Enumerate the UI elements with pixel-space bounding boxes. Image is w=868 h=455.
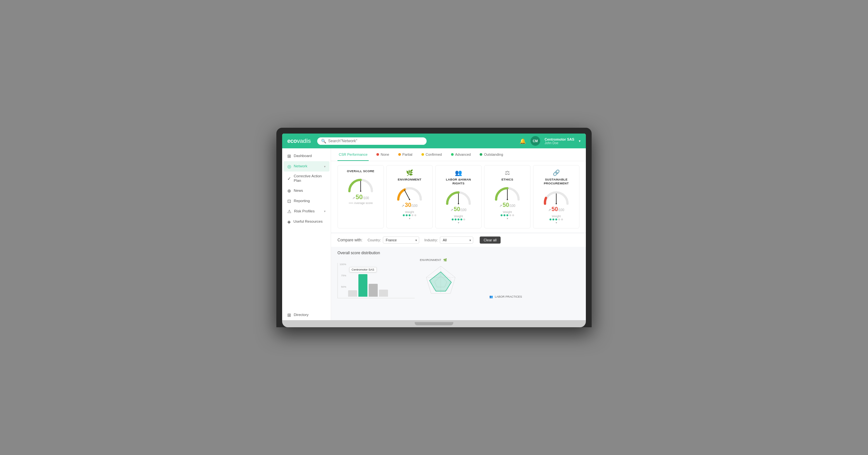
industry-select[interactable]: All Manufacturing Services bbox=[440, 237, 473, 244]
ethics-gauge bbox=[493, 184, 522, 202]
user-name: Centromotor SAS bbox=[545, 138, 574, 141]
main-layout: ⊞ Dashboard ◎ Network ▾ ✓ Corrective Act… bbox=[282, 148, 586, 320]
bar-chart-wrapper: 100% 75% 50% Centromotor SAS bbox=[338, 263, 415, 298]
chevron-down-icon[interactable]: ▾ bbox=[507, 217, 508, 220]
sidebar-item-label: Corrective Action Plan bbox=[294, 174, 326, 183]
environment-score-value: ↗ 30 /100 bbox=[402, 202, 417, 209]
user-menu-chevron[interactable]: ▾ bbox=[579, 139, 581, 143]
sidebar-item-risk-profiles[interactable]: ⚠ Risk Profiles ▾ bbox=[283, 206, 330, 217]
labor-icon: 👥 bbox=[489, 295, 493, 298]
sustainable-score-value: ↗ 50 /100 bbox=[548, 206, 564, 213]
tab-csr-performance[interactable]: CSR Performance bbox=[338, 148, 369, 161]
sidebar-item-label: Risk Profiles bbox=[294, 209, 315, 214]
user-info: Centromotor SAS John Doe bbox=[545, 138, 574, 145]
tab-confirmed[interactable]: Confirmed bbox=[420, 148, 443, 161]
app-wrapper: ecovadis 🔍 🔔 CM Centromotor SAS John Doe… bbox=[282, 133, 586, 320]
chevron-down-icon[interactable]: ▾ bbox=[458, 221, 459, 224]
weight-dot bbox=[503, 214, 505, 216]
weight-dot bbox=[409, 214, 410, 216]
none-dot bbox=[376, 153, 379, 156]
score-denom: /100 bbox=[363, 196, 369, 200]
weight-dot-empty bbox=[509, 214, 511, 216]
sustainable-title: SUSTAINABLE PROCUREMENT bbox=[537, 178, 575, 186]
sidebar-item-dashboard[interactable]: ⊞ Dashboard bbox=[283, 151, 330, 161]
weight-dots bbox=[501, 214, 514, 216]
sustainable-icon: 🔗 bbox=[553, 169, 560, 176]
sidebar-item-news[interactable]: ⊕ News bbox=[283, 186, 330, 196]
country-label: Country: bbox=[367, 238, 381, 242]
weight-dot bbox=[555, 218, 557, 220]
sidebar-item-network[interactable]: ◎ Network ▾ bbox=[283, 161, 330, 172]
sidebar-item-directory[interactable]: ⊞ Directory bbox=[283, 310, 330, 320]
labor-title: LABOR &HIMAN RIGHTS bbox=[439, 178, 477, 186]
tab-outstanding[interactable]: Outstanding bbox=[478, 148, 504, 161]
search-input[interactable] bbox=[328, 139, 423, 143]
weight-dot bbox=[506, 214, 508, 216]
distribution-section: Overall score distribution 100% 75% 50% bbox=[331, 247, 586, 302]
score-card-environment: 🌿 ENVIRONMENT ↗ 30 bbox=[386, 165, 433, 229]
svg-point-7 bbox=[507, 199, 508, 200]
score-card-ethics: ⚖ ETHICS ↗ 50 /100 bbox=[484, 165, 530, 229]
resources-icon: ◈ bbox=[287, 219, 291, 224]
app-logo: ecovadis bbox=[287, 138, 311, 145]
svg-point-5 bbox=[458, 203, 459, 204]
tab-advanced[interactable]: Advanced bbox=[450, 148, 472, 161]
country-select-wrapper[interactable]: France Germany United Kingdom bbox=[383, 237, 419, 244]
weight-dots bbox=[403, 214, 416, 216]
news-icon: ⊕ bbox=[287, 188, 291, 193]
environment-icon: 🌿 bbox=[406, 169, 413, 176]
weight-dot bbox=[403, 214, 405, 216]
arrow-icon: ↗ bbox=[402, 204, 404, 208]
arrow-icon: ↗ bbox=[451, 208, 453, 212]
chevron-down-icon[interactable]: ▾ bbox=[556, 221, 557, 224]
overall-gauge bbox=[346, 176, 375, 193]
compare-section: Compare with: Country: France Germany Un… bbox=[331, 233, 586, 247]
weight-label: Weight bbox=[552, 215, 561, 218]
clear-all-button[interactable]: Clear all bbox=[480, 237, 500, 244]
chevron-down-icon: ▾ bbox=[324, 165, 326, 168]
notification-icon[interactable]: 🔔 bbox=[520, 138, 526, 144]
labor-icon: 👥 bbox=[455, 169, 462, 176]
weight-label: Weight bbox=[454, 215, 463, 218]
sidebar-item-useful-resources[interactable]: ◈ Useful Resources bbox=[283, 217, 330, 227]
overall-score-value: ↗ 50 /100 bbox=[352, 193, 369, 201]
search-bar[interactable]: 🔍 bbox=[317, 138, 427, 145]
svg-point-1 bbox=[360, 190, 361, 192]
bar-item bbox=[348, 290, 357, 297]
compare-label: Compare with: bbox=[338, 238, 362, 242]
weight-dot-empty bbox=[561, 218, 563, 220]
chevron-down-icon: ▾ bbox=[324, 210, 326, 213]
tab-partial[interactable]: Partial bbox=[397, 148, 414, 161]
chevron-down-icon[interactable]: ▾ bbox=[409, 217, 410, 220]
labor-header: 👥 LABOR PRACTICES bbox=[489, 295, 522, 298]
corrective-icon: ✓ bbox=[287, 176, 291, 181]
weight-dot bbox=[452, 218, 454, 220]
tab-none[interactable]: None bbox=[375, 148, 390, 161]
laptop-screen: ecovadis 🔍 🔔 CM Centromotor SAS John Doe… bbox=[282, 133, 586, 320]
y-label: 100% bbox=[338, 263, 347, 266]
weight-dot bbox=[460, 218, 462, 220]
laptop-frame: ecovadis 🔍 🔔 CM Centromotor SAS John Doe… bbox=[276, 128, 592, 327]
weight-section: Weight ▾ bbox=[391, 210, 429, 220]
weight-dots bbox=[452, 218, 465, 220]
arrow-icon: ↗ bbox=[548, 208, 551, 212]
advanced-dot bbox=[451, 153, 454, 156]
labor-section: 👥 LABOR PRACTICES bbox=[489, 295, 580, 298]
sidebar-item-corrective[interactable]: ✓ Corrective Action Plan bbox=[283, 172, 330, 186]
svg-line-2 bbox=[404, 190, 409, 200]
labor-label: LABOR PRACTICES bbox=[495, 295, 522, 298]
topbar-right: 🔔 CM Centromotor SAS John Doe ▾ bbox=[520, 136, 581, 146]
score-card-sustainable: 🔗 SUSTAINABLE PROCUREMENT ↗ bbox=[533, 165, 580, 229]
industry-label: Industry: bbox=[424, 238, 438, 242]
industry-select-wrapper[interactable]: All Manufacturing Services bbox=[440, 237, 473, 244]
sustainable-gauge bbox=[542, 188, 571, 206]
sidebar: ⊞ Dashboard ◎ Network ▾ ✓ Corrective Act… bbox=[282, 148, 331, 320]
country-select[interactable]: France Germany United Kingdom bbox=[383, 237, 419, 244]
weight-dot bbox=[455, 218, 457, 220]
bar-chart-yaxis: 100% 75% 50% bbox=[338, 263, 347, 298]
network-icon: ◎ bbox=[287, 164, 291, 169]
radar-header: ENVIRONMENT 🌿 bbox=[420, 259, 447, 262]
weight-dot-empty bbox=[411, 214, 413, 216]
topbar: ecovadis 🔍 🔔 CM Centromotor SAS John Doe… bbox=[282, 133, 586, 148]
sidebar-item-reporting[interactable]: ⊡ Reporting bbox=[283, 196, 330, 206]
